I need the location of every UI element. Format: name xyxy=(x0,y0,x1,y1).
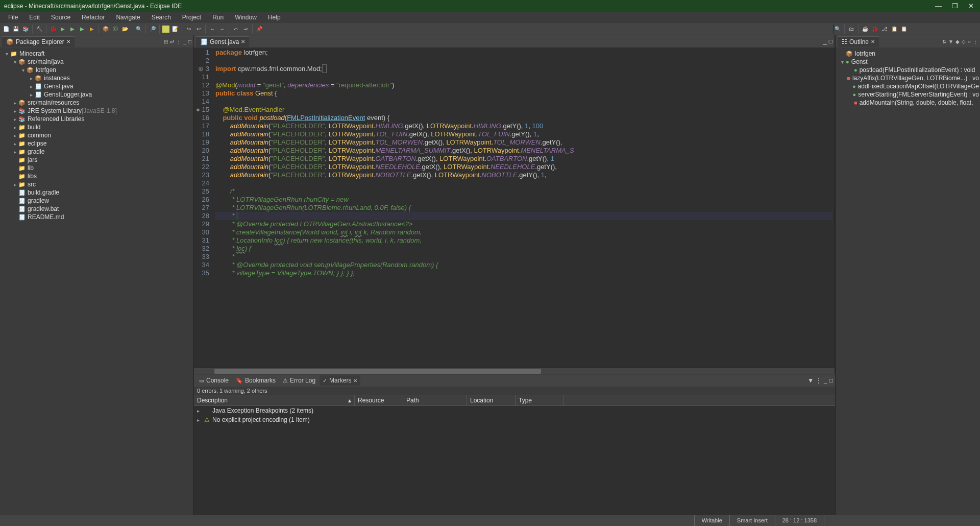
search-toolbar-icon[interactable]: 🔍 xyxy=(834,25,842,33)
save-all-icon[interactable]: 📚 xyxy=(21,25,30,33)
menu-window[interactable]: Window xyxy=(230,13,262,22)
close-icon[interactable]: ✕ xyxy=(241,39,245,44)
hide-static-icon[interactable]: ◇ xyxy=(962,39,966,44)
tree-item[interactable]: 🧾gradlew xyxy=(1,197,192,205)
tree-item[interactable]: ▾📦src/main/java xyxy=(1,58,192,66)
tree-item[interactable]: 🧾README.md xyxy=(1,213,192,221)
outline-tab[interactable]: ☷ Outline ✕ xyxy=(838,36,879,47)
tree-item[interactable]: ▸📁common xyxy=(1,131,192,139)
menu-file[interactable]: File xyxy=(3,13,23,22)
chevron-icon[interactable]: ▸ xyxy=(11,125,18,130)
chevron-icon[interactable]: ▾ xyxy=(19,67,27,73)
tree-item[interactable]: ▾📦lotrfgen xyxy=(1,66,192,74)
marker-row[interactable]: ▸Java Exception Breakpoints (2 items) xyxy=(194,406,835,415)
tree-item[interactable]: ▾●Genst xyxy=(837,58,979,66)
perspective-other-icon[interactable]: 📋 xyxy=(890,25,898,33)
tree-item[interactable]: ▸📦instances xyxy=(1,74,192,82)
chevron-icon[interactable]: ▸ xyxy=(197,408,204,414)
run-last-icon[interactable]: ▶ xyxy=(78,25,86,33)
tab-console[interactable]: ▭Console xyxy=(196,375,232,386)
view-menu-icon[interactable]: ⋮ xyxy=(816,377,822,384)
outline-tree[interactable]: 📦lotrfgen▾●Genst ●postload(FMLPostInitia… xyxy=(836,47,980,515)
tree-item[interactable]: 🧾gradlew.bat xyxy=(1,205,192,213)
minimize-view-icon[interactable]: _ xyxy=(183,39,186,44)
minimize-view-icon[interactable]: _ xyxy=(823,38,827,45)
back-icon[interactable]: ← xyxy=(208,25,216,33)
filter-icon[interactable]: ▼ xyxy=(948,39,953,44)
redo-icon[interactable]: ⤻ xyxy=(241,25,250,33)
undo-icon[interactable]: ⤺ xyxy=(232,25,240,33)
close-icon[interactable]: ✕ xyxy=(353,378,357,384)
save-icon[interactable]: 💾 xyxy=(12,25,20,33)
new-package-icon[interactable]: 📦 xyxy=(102,25,110,33)
tree-item[interactable]: ▸🧾Genst.java xyxy=(1,82,192,90)
chevron-icon[interactable]: ▸ xyxy=(11,141,18,147)
chevron-icon[interactable]: ▸ xyxy=(11,149,18,155)
sort-icon[interactable]: ⇅ xyxy=(942,39,946,44)
tree-item[interactable]: 📁lib xyxy=(1,164,192,172)
menu-help[interactable]: Help xyxy=(263,13,286,22)
view-menu-icon[interactable]: ⋮ xyxy=(973,39,978,44)
step-icon[interactable]: ↩ xyxy=(194,25,203,33)
close-icon[interactable]: ✕ xyxy=(968,2,974,10)
chevron-icon[interactable]: ▸ xyxy=(197,417,204,423)
toggle-mark-icon[interactable] xyxy=(162,26,169,33)
tree-item[interactable]: 📁jars xyxy=(1,156,192,164)
tree-item[interactable]: ▸📚JRE System Library [JavaSE-1.8] xyxy=(1,107,192,115)
tree-item[interactable]: ▾📁Minecraft xyxy=(1,50,192,58)
maximize-view-icon[interactable]: □ xyxy=(829,377,833,384)
close-icon[interactable]: ✕ xyxy=(66,39,70,44)
column-header[interactable]: Description ▴ xyxy=(194,395,355,405)
debug-icon[interactable]: 🐞 xyxy=(49,25,57,33)
menu-search[interactable]: Search xyxy=(146,13,176,22)
hide-nonpublic-icon[interactable]: ○ xyxy=(968,39,971,44)
minimize-icon[interactable]: — xyxy=(935,2,942,10)
maximize-view-icon[interactable]: □ xyxy=(829,38,832,45)
minimize-view-icon[interactable]: _ xyxy=(824,377,827,384)
menu-project[interactable]: Project xyxy=(177,13,206,22)
package-tree[interactable]: ▾📁Minecraft▾📦src/main/java▾📦lotrfgen▸📦in… xyxy=(0,47,193,515)
run-icon[interactable]: ▶ xyxy=(59,25,67,33)
search-icon[interactable]: 🔎 xyxy=(149,25,157,33)
chevron-icon[interactable]: ▸ xyxy=(11,116,18,122)
new-folder-icon[interactable]: 📂 xyxy=(121,25,129,33)
tree-item[interactable]: ▸📁eclipse xyxy=(1,139,192,148)
tree-item[interactable]: ▸📦src/main/resources xyxy=(1,99,192,107)
tree-item[interactable]: ●postload(FMLPostInitializationEvent) : … xyxy=(837,66,979,74)
chevron-icon[interactable]: ▸ xyxy=(28,92,35,98)
chevron-icon[interactable]: ▸ xyxy=(11,108,18,114)
tree-item[interactable]: ▸🧾GenstLogger.java xyxy=(1,90,192,99)
tree-item[interactable]: ▸📚Referenced Libraries xyxy=(1,115,192,123)
step-icon[interactable]: ↪ xyxy=(185,25,193,33)
tree-item[interactable]: ●serverStarting(FMLServerStartingEvent) … xyxy=(837,90,979,99)
tab-bookmarks[interactable]: 🔖Bookmarks xyxy=(233,375,279,386)
menu-navigate[interactable]: Navigate xyxy=(111,13,145,22)
tree-item[interactable]: 📁libs xyxy=(1,172,192,180)
chevron-icon[interactable]: ▾ xyxy=(11,59,18,65)
hide-fields-icon[interactable]: ◆ xyxy=(955,39,960,44)
open-type-icon[interactable]: 🔍 xyxy=(135,25,143,33)
tree-item[interactable]: ▸📁src xyxy=(1,180,192,188)
menu-source[interactable]: Source xyxy=(46,13,76,22)
forward-icon[interactable]: → xyxy=(218,25,226,33)
coverage-icon[interactable]: ▶ xyxy=(68,25,77,33)
menu-run[interactable]: Run xyxy=(207,13,229,22)
tree-item[interactable]: 🧾build.gradle xyxy=(1,188,192,197)
horizontal-scrollbar[interactable] xyxy=(194,368,835,374)
perspective-other-icon[interactable]: 📋 xyxy=(900,25,908,33)
collapse-all-icon[interactable]: ⊟ xyxy=(164,39,168,44)
tree-item[interactable]: 📦lotrfgen xyxy=(837,50,979,58)
perspective-git-icon[interactable]: ⎇ xyxy=(880,25,889,33)
chevron-icon[interactable]: ▾ xyxy=(839,59,846,65)
maximize-view-icon[interactable]: □ xyxy=(188,39,191,44)
tab-error-log[interactable]: ⚠Error Log xyxy=(280,375,318,386)
view-menu-icon[interactable]: ⋮ xyxy=(176,39,181,44)
tab-markers[interactable]: ✓Markers✕ xyxy=(320,375,360,386)
chevron-icon[interactable]: ▸ xyxy=(11,100,18,106)
menu-refactor[interactable]: Refactor xyxy=(77,13,110,22)
tree-item[interactable]: ▸📁gradle xyxy=(1,148,192,156)
column-header[interactable]: Location xyxy=(467,395,516,405)
menu-edit[interactable]: Edit xyxy=(24,13,45,22)
editor-tab[interactable]: 🧾 Genst.java ✕ xyxy=(196,36,249,47)
marker-row[interactable]: ▸⚠No explicit project encoding (1 item) xyxy=(194,415,835,424)
